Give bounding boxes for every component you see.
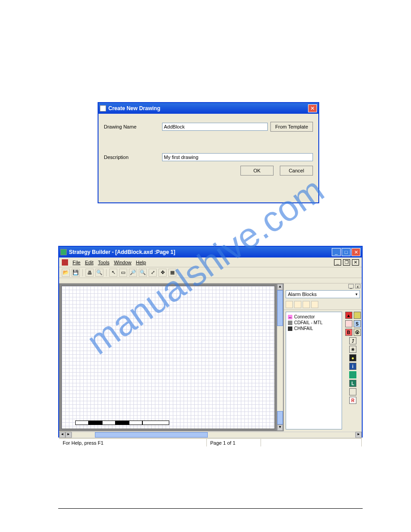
tool-button[interactable]: [354, 312, 361, 319]
ok-button[interactable]: OK: [240, 166, 274, 176]
drawing-name-label: Drawing Name: [104, 124, 162, 129]
window-titlebar: Strategy Builder - [AddBlock.axd :Page 1…: [59, 247, 362, 257]
panel-close-icon[interactable]: x: [355, 284, 360, 288]
tool-button[interactable]: L: [349, 380, 356, 387]
dialog-icon: [100, 105, 106, 112]
mdi-minimize-button[interactable]: _: [334, 259, 341, 266]
drawing-canvas[interactable]: [61, 286, 275, 429]
tree-item-cdfail[interactable]: CDFAIL - MTL: [288, 320, 340, 326]
tool-button[interactable]: ●: [349, 354, 356, 361]
rect-icon[interactable]: ▭: [119, 269, 127, 277]
tool-button[interactable]: ✳: [349, 346, 356, 353]
open-folder-icon[interactable]: [294, 301, 301, 308]
zoom-fit-icon[interactable]: ⤢: [149, 269, 157, 277]
minimize-button[interactable]: _: [332, 248, 341, 256]
status-bar: For Help, press F1 Page 1 of 1: [59, 438, 362, 446]
tool-button[interactable]: ⦿: [354, 329, 361, 336]
horizontal-scrollbar[interactable]: ◄► ►: [59, 431, 362, 438]
status-page: Page 1 of 1: [207, 439, 261, 446]
description-label: Description: [104, 154, 162, 160]
tool-button[interactable]: ▲: [345, 312, 352, 319]
tree-item-chnfail[interactable]: CHNFAIL: [288, 326, 340, 331]
side-toolbox: ▲SB⦿⤴✳●iLR: [344, 310, 362, 431]
tool-button[interactable]: i: [349, 363, 356, 370]
tool-button[interactable]: B: [345, 329, 352, 336]
print-icon[interactable]: 🖶: [86, 269, 94, 277]
tree-item-connector[interactable]: ↔Connector: [288, 314, 340, 320]
blocks-category-combo[interactable]: Alarm Blocks: [286, 290, 360, 298]
menu-bar: File Edit Tools Window Help _ ❐ ✕: [59, 257, 362, 267]
print-preview-icon[interactable]: 🔍: [95, 269, 103, 277]
app-icon: [60, 249, 67, 255]
description-input[interactable]: [162, 153, 313, 161]
vertical-scrollbar[interactable]: ▲ ▼: [277, 284, 283, 431]
window-title: Strategy Builder - [AddBlock.axd :Page 1…: [69, 249, 175, 255]
page-rule: [58, 508, 363, 509]
menu-edit[interactable]: Edit: [85, 260, 94, 265]
maximize-button[interactable]: □: [342, 248, 351, 256]
menu-file[interactable]: File: [73, 260, 81, 265]
menu-tools[interactable]: Tools: [98, 260, 110, 265]
ruler: [59, 278, 362, 283]
canvas-area: ▲ ▼: [59, 283, 283, 431]
panel-pin-icon[interactable]: _: [348, 284, 354, 288]
new-folder-icon[interactable]: [286, 301, 293, 308]
title-block: [75, 420, 169, 425]
tool-button[interactable]: S: [354, 320, 361, 327]
blocks-tree[interactable]: ↔Connector CDFAIL - MTL CHNFAIL: [286, 312, 342, 429]
blocks-panel: _ x Alarm Blocks ↔Connector CDFAIL - MTL…: [283, 283, 362, 431]
save-icon[interactable]: 💾: [72, 269, 80, 277]
strategy-builder-window: Strategy Builder - [AddBlock.axd :Page 1…: [58, 246, 363, 438]
disk-icon[interactable]: [303, 301, 310, 308]
mdi-close-button[interactable]: ✕: [352, 259, 359, 266]
zoom-out-icon[interactable]: 🔍: [139, 269, 147, 277]
doc-icon: [62, 259, 68, 266]
pan-icon[interactable]: ✥: [158, 269, 167, 277]
drawing-name-input[interactable]: [162, 123, 268, 131]
create-new-drawing-dialog: Create New Drawing ✕ Drawing Name From T…: [98, 102, 319, 203]
tool-button[interactable]: [349, 371, 356, 378]
dialog-titlebar: Create New Drawing ✕: [98, 103, 318, 114]
tool-button[interactable]: [349, 388, 356, 395]
cancel-button[interactable]: Cancel: [280, 166, 313, 176]
grid-icon[interactable]: ▦: [168, 269, 176, 277]
mdi-restore-button[interactable]: ❐: [343, 259, 350, 266]
tool-button[interactable]: ⤴: [349, 337, 356, 344]
close-icon[interactable]: ✕: [308, 104, 317, 112]
disk2-icon[interactable]: [311, 301, 318, 308]
menu-window[interactable]: Window: [114, 260, 131, 265]
tool-button[interactable]: [345, 320, 352, 327]
toolbar: 📂 💾 🖶 🔍 ↖ ▭ 🔎 🔍 ⤢ ✥ ▦: [59, 267, 362, 278]
status-help: For Help, press F1: [59, 439, 207, 446]
menu-help[interactable]: Help: [136, 260, 146, 265]
open-icon[interactable]: 📂: [62, 269, 70, 277]
tool-button[interactable]: R: [349, 397, 356, 404]
close-button[interactable]: ✕: [351, 248, 360, 256]
dialog-title: Create New Drawing: [108, 105, 160, 112]
pointer-icon[interactable]: ↖: [109, 269, 117, 277]
zoom-in-icon[interactable]: 🔎: [129, 269, 137, 277]
from-template-button[interactable]: From Template: [270, 122, 313, 132]
